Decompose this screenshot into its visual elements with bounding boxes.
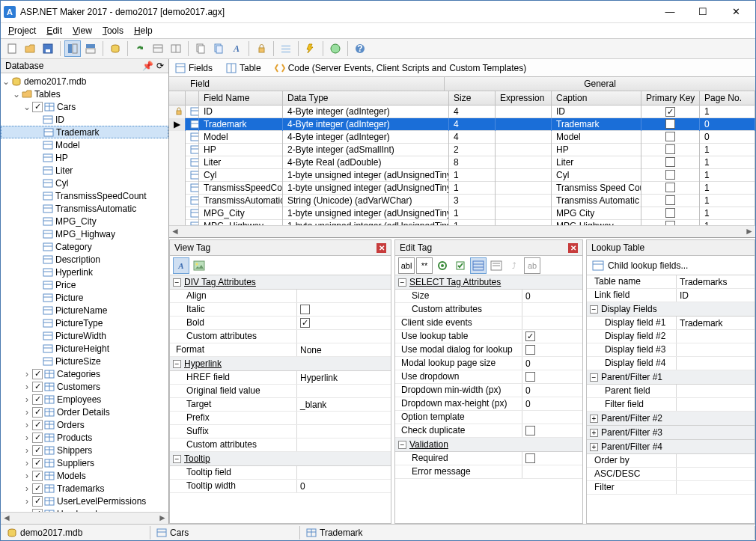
tree-node[interactable]: Picture — [1, 291, 168, 304]
tree-node[interactable]: PictureType — [1, 317, 168, 329]
table-row[interactable]: Cyl 1-byte unsigned integer (adUnsignedT… — [169, 169, 755, 182]
tb-open[interactable] — [22, 40, 38, 57]
tree-node[interactable]: PictureWidth — [1, 329, 168, 342]
prop-row[interactable]: Custom attributes — [395, 303, 582, 317]
tb-browse[interactable] — [327, 40, 344, 57]
table-row[interactable]: MPG_Highway 1-byte unsigned integer (adU… — [169, 220, 755, 225]
tab-fields[interactable]: Fields — [172, 61, 216, 75]
textarea-tag-btn[interactable] — [488, 257, 504, 274]
tree-node[interactable]: ⌄Tables — [1, 88, 168, 100]
tb-copy-table[interactable] — [210, 40, 227, 57]
prop-row[interactable]: Custom attributes — [170, 438, 391, 452]
text-tag-btn[interactable]: abl — [398, 257, 415, 274]
prop-row[interactable]: Required — [395, 452, 582, 465]
tree-node[interactable]: ›✓Shippers — [1, 444, 168, 456]
format-text-btn[interactable]: A — [173, 257, 189, 274]
tree-node[interactable]: ›✓Models — [1, 469, 168, 482]
table-row[interactable]: HP 2-Byte integer (adSmallInt) 2 HP 1 — [169, 144, 755, 156]
tree-node[interactable]: HP — [1, 151, 168, 164]
tb-copy-field[interactable] — [192, 40, 209, 57]
prop-row[interactable]: Custom attributes — [170, 330, 391, 343]
tree-node[interactable]: ›✓Employees — [1, 393, 168, 406]
database-tree[interactable]: ⌄demo2017.mdb⌄Tables⌄✓CarsIDTrademarkMod… — [1, 73, 168, 512]
tb-menu-editor[interactable] — [278, 40, 294, 57]
tree-node[interactable]: Liter — [1, 164, 168, 177]
prop-row[interactable]: Original field value — [170, 385, 391, 398]
prop-row[interactable]: Tooltip field — [170, 466, 391, 480]
radio-tag-btn[interactable] — [434, 257, 451, 274]
tb-font[interactable]: A — [228, 40, 245, 57]
tree-node[interactable]: Price — [1, 278, 168, 291]
prop-row[interactable]: Tooltip width0 — [170, 480, 391, 493]
table-row[interactable]: Liter 4-Byte Real (adDouble) 8 Liter 1 — [169, 156, 755, 169]
table-row[interactable]: MPG_City 1-byte unsigned integer (adUnsi… — [169, 207, 755, 220]
tree-node[interactable]: ›✓UserLevelPermissions — [1, 495, 168, 507]
tb-new[interactable] — [4, 40, 20, 57]
tb-save[interactable] — [40, 40, 56, 57]
tb-props-panel[interactable] — [82, 40, 99, 57]
prop-group[interactable]: −SELECT Tag Attributes — [395, 275, 582, 290]
tree-node[interactable]: ID — [1, 113, 168, 126]
tree-node[interactable]: ›✓Order Details — [1, 406, 168, 418]
fields-grid[interactable]: Field General Field Name Data Type Size … — [169, 77, 755, 238]
close-icon[interactable]: ✕ — [568, 243, 578, 253]
tree-node[interactable]: ›✓Orders — [1, 418, 168, 431]
refresh-icon[interactable]: ⟳ — [156, 61, 164, 71]
maximize-button[interactable]: ☐ — [686, 1, 719, 22]
tb-generate[interactable] — [302, 40, 319, 57]
prop-group[interactable]: −Hyperlink — [170, 357, 391, 371]
col-data-type[interactable]: Data Type — [283, 91, 449, 105]
tb-table-props[interactable] — [150, 40, 166, 57]
prop-row[interactable]: Align — [170, 290, 391, 303]
select-tag-btn[interactable] — [470, 257, 487, 274]
prop-group[interactable]: −Validation — [395, 438, 582, 452]
table-row[interactable]: ▶ Trademark 4-Byte integer (adInteger) 4… — [169, 118, 755, 131]
prop-row[interactable]: Italic — [170, 303, 391, 317]
prop-row[interactable]: Prefix — [170, 412, 391, 425]
prop-row[interactable]: Suffix — [170, 425, 391, 438]
tab-code[interactable]: Code (Server Events, Client Scripts and … — [272, 61, 530, 75]
tree-node[interactable]: ›✓Trademarks — [1, 482, 168, 495]
tb-field-props[interactable] — [168, 40, 184, 57]
tree-node[interactable]: Hyperlink — [1, 266, 168, 278]
tree-node[interactable]: MPG_Highway — [1, 227, 168, 240]
col-caption[interactable]: Caption — [552, 91, 641, 105]
file-tag-btn[interactable]: ⤴ — [506, 257, 522, 274]
child-lookup-label[interactable]: Child lookup fields... — [608, 260, 688, 271]
prop-row[interactable]: Target_blank — [170, 398, 391, 412]
tb-help[interactable]: ? — [352, 40, 368, 57]
menu-project[interactable]: Project — [4, 24, 40, 37]
menu-tools[interactable]: Tools — [98, 24, 128, 37]
tree-node[interactable]: ›✓Suppliers — [1, 456, 168, 469]
col-primary-key[interactable]: Primary Key — [641, 91, 700, 105]
tb-connect[interactable] — [107, 40, 124, 57]
prop-group[interactable]: −Tooltip — [170, 452, 391, 466]
col-size[interactable]: Size — [449, 91, 496, 105]
prop-group[interactable]: −DIV Tag Attributes — [170, 275, 391, 290]
tree-node[interactable]: Trademark — [1, 126, 168, 138]
password-tag-btn[interactable]: ** — [416, 257, 433, 274]
tree-node[interactable]: MPG_City — [1, 215, 168, 227]
child-lookup-btn[interactable] — [590, 257, 606, 274]
col-expression[interactable]: Expression — [496, 91, 552, 105]
tree-node[interactable]: ›✓Customers — [1, 380, 168, 393]
tree-node[interactable]: Description — [1, 253, 168, 266]
tb-db-panel[interactable] — [64, 40, 81, 57]
close-icon[interactable]: ✕ — [377, 243, 386, 253]
tree-node[interactable]: Category — [1, 240, 168, 253]
tree-node[interactable]: TransmissAutomatic — [1, 202, 168, 215]
tree-node[interactable]: Model — [1, 138, 168, 151]
table-row[interactable]: Model 4-Byte integer (adInteger) 4 Model… — [169, 131, 755, 144]
tree-node[interactable]: ⌄demo2017.mdb — [1, 75, 168, 88]
tree-node[interactable]: PictureHeight — [1, 342, 168, 355]
table-row[interactable]: TransmissAutomatic String (Unicode) (adV… — [169, 195, 755, 207]
pin-icon[interactable]: 📌 — [142, 61, 153, 71]
tree-node[interactable]: Cyl — [1, 177, 168, 189]
tab-table[interactable]: Table — [223, 61, 264, 75]
col-field-name[interactable]: Field Name — [199, 91, 283, 105]
prop-row[interactable]: Error message — [395, 465, 582, 479]
prop-row[interactable]: Size0 — [395, 290, 582, 303]
hidden-tag-btn[interactable]: ab — [524, 257, 540, 274]
table-row[interactable]: ID 4-Byte integer (adInteger) 4 ID 1 — [169, 106, 755, 118]
tree-node[interactable]: ›✓Categories — [1, 367, 168, 380]
